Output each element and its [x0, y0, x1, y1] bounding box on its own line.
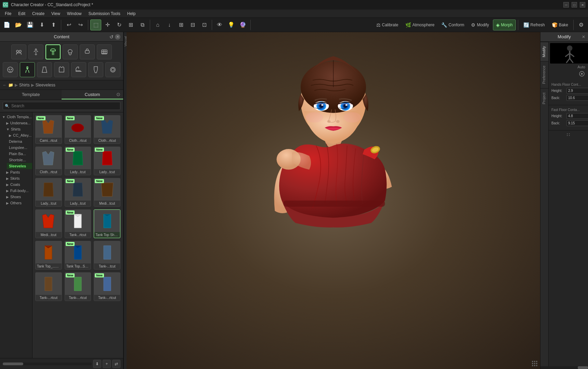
camera-button[interactable]: 👁	[214, 19, 225, 30]
right-panel-scrollbar[interactable]	[540, 366, 588, 369]
ring-icon-btn[interactable]	[105, 62, 120, 77]
horizontal-scrollbar[interactable]	[3, 363, 92, 365]
back-input-2[interactable]	[566, 120, 588, 126]
grid-button[interactable]: ⊟	[187, 19, 198, 30]
atmosphere-button[interactable]: 🌿 Atmosphere	[402, 19, 438, 30]
menu-window[interactable]: Window	[64, 11, 85, 17]
download-button[interactable]: ⬇	[93, 360, 101, 368]
tree-others[interactable]: ▶ Others	[4, 200, 32, 206]
content-refresh-button[interactable]: ↺	[109, 34, 114, 40]
skirt-icon-btn[interactable]	[37, 62, 52, 77]
tab-settings-button[interactable]: ⊙	[116, 92, 120, 97]
scale-button[interactable]: ⊞	[125, 19, 136, 30]
grid-item-14[interactable]: Tank-...tcut	[94, 241, 120, 270]
tree-shortsleeve[interactable]: Shortsle...	[7, 157, 32, 163]
grid-item-6[interactable]: Lady...tcut	[35, 178, 62, 207]
viewport[interactable]	[127, 32, 540, 369]
side-tab-project[interactable]: Project	[540, 88, 548, 108]
save-button[interactable]: 💾	[25, 19, 36, 30]
modify-close-button[interactable]: ✕	[582, 35, 585, 39]
face-icon-btn[interactable]	[3, 62, 18, 77]
accessory-icon-btn[interactable]	[80, 44, 95, 59]
side-tab-modify[interactable]: Modify	[540, 42, 548, 61]
menu-edit[interactable]: Edit	[15, 11, 29, 17]
grid-item-1[interactable]: New Cloth...rtcut	[65, 115, 91, 144]
grid-item-17[interactable]: New Tank-...rtcut	[94, 272, 120, 301]
new-button[interactable]: 📄	[1, 19, 12, 30]
height-input-1[interactable]	[566, 88, 588, 94]
transform-button[interactable]: ⧉	[137, 19, 148, 30]
rotate-button[interactable]: ↻	[114, 19, 125, 30]
render-button[interactable]: 🔮	[237, 19, 248, 30]
grid-item-9[interactable]: Medi...tcut	[35, 209, 62, 238]
search-input[interactable]	[3, 102, 120, 110]
open-button[interactable]: 📂	[13, 19, 24, 30]
tree-shoes[interactable]: ▶ Shoes	[4, 194, 32, 200]
maximize-button[interactable]: □	[572, 2, 577, 8]
grid-item-2[interactable]: New Cloth...rtcut	[94, 115, 120, 144]
menu-file[interactable]: File	[1, 11, 15, 17]
grid-item-3[interactable]: Cloth...rtcut	[35, 147, 62, 175]
calibrate-button[interactable]: ⚖ Calibrate	[373, 19, 402, 30]
settings-button[interactable]: ⚙	[576, 19, 587, 30]
tree-skirts[interactable]: ▶ Skirts	[4, 175, 32, 181]
grid-item-8[interactable]: New Medi...tcut	[94, 178, 120, 207]
import-button[interactable]: ⬇	[36, 19, 47, 30]
grid-item-4[interactable]: New Lady...tcut	[65, 147, 91, 175]
pose-icon-btn[interactable]	[28, 44, 43, 59]
breadcrumb-sleeveless[interactable]: Sleeveless	[36, 83, 55, 87]
grid-item-15[interactable]: Tank-...rtcut	[35, 272, 62, 301]
grid-item-12[interactable]: Tank Top_...Shortcut	[35, 241, 62, 270]
menu-create[interactable]: Create	[29, 11, 48, 17]
lighting-button[interactable]: 💡	[226, 19, 237, 30]
pants-icon-btn[interactable]	[88, 62, 103, 77]
tree-underwear[interactable]: ▶ Underwea...	[4, 120, 32, 126]
hand-icon-btn[interactable]	[97, 44, 112, 59]
grid-item-5[interactable]: New Lady...tcut	[94, 147, 120, 175]
tree-cloth-template[interactable]: ▼ Cloth Templa...	[0, 114, 32, 120]
home-button[interactable]: ⌂	[152, 19, 163, 30]
zoom-in-button[interactable]: ↓	[164, 19, 175, 30]
tab-custom[interactable]: Custom	[62, 90, 123, 99]
tree-sleeveless[interactable]: Sleeveles	[7, 163, 32, 169]
tree-delerna[interactable]: Delerna	[7, 138, 32, 145]
jacket-icon-btn[interactable]	[54, 62, 69, 77]
refresh-button[interactable]: 🔄 Refresh	[520, 19, 548, 30]
tree-pants[interactable]: ▶ Pants	[4, 169, 32, 175]
export-button[interactable]: ⬆	[48, 19, 59, 30]
menu-view[interactable]: View	[48, 11, 64, 17]
zoom-fit-button[interactable]: ⊞	[175, 19, 186, 30]
back-input-1[interactable]	[566, 95, 588, 101]
move-button[interactable]: ✛	[102, 19, 113, 30]
grid-item-10[interactable]: New Tank...rtcut	[65, 209, 91, 238]
tree-longsleeve[interactable]: Longslee...	[7, 145, 32, 151]
grid-item-13[interactable]: New Tank Top...Shortcut	[65, 241, 91, 270]
tree-cc-alley[interactable]: ▶ CC_Alley...	[7, 132, 32, 138]
body-icon-btn[interactable]	[20, 62, 35, 77]
tree-plain-basic[interactable]: Plain Ba...	[7, 151, 32, 157]
cloth-icon-btn[interactable]	[45, 44, 61, 59]
breadcrumb-back[interactable]: ←	[3, 83, 7, 87]
tree-coats[interactable]: ▶ Coats	[4, 181, 32, 188]
minimize-button[interactable]: ─	[563, 2, 569, 8]
hair-icon-btn[interactable]	[63, 44, 78, 59]
undo-button[interactable]: ↩	[63, 19, 74, 30]
tree-fullbody[interactable]: ▶ Full-body...	[4, 188, 32, 194]
add-button[interactable]: +	[103, 360, 111, 368]
content-close-button[interactable]: ✕	[115, 34, 120, 40]
grid-item-16[interactable]: New Tank-...rtcut	[65, 272, 91, 301]
shoes-icon-btn[interactable]	[71, 62, 86, 77]
tree-shirts[interactable]: ▼ Shirts	[4, 126, 32, 132]
menu-submission-tools[interactable]: Submission Tools	[85, 11, 124, 17]
conform-button[interactable]: 🔧 Conform	[438, 19, 467, 30]
breadcrumb-folder[interactable]: 📁	[8, 83, 13, 87]
select-button[interactable]: ⬚	[90, 19, 101, 30]
avatar-icon-btn[interactable]	[11, 44, 26, 59]
view-options-button[interactable]: ⊡	[199, 19, 210, 30]
height-input-2[interactable]	[566, 113, 588, 119]
grid-item-7[interactable]: New Lady...tcut	[65, 178, 91, 207]
import-items-button[interactable]: ⇄	[112, 360, 120, 368]
close-button[interactable]: ✕	[580, 2, 585, 8]
side-tab-preference[interactable]: Preference	[540, 61, 548, 88]
redo-button[interactable]: ↪	[75, 19, 86, 30]
